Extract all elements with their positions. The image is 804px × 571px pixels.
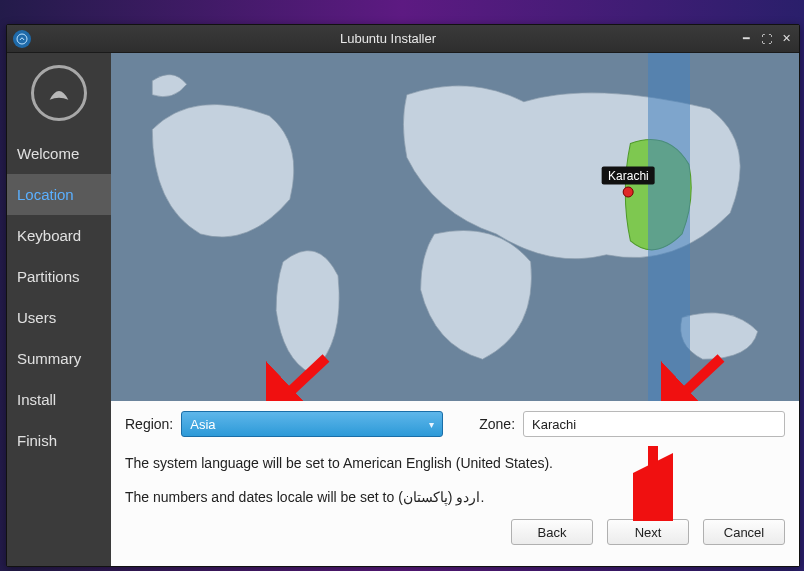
- sidebar-item-label: Partitions: [17, 268, 80, 285]
- back-button[interactable]: Back: [511, 519, 593, 545]
- window-title: Lubuntu Installer: [37, 31, 739, 46]
- sidebar-item-location[interactable]: Location: [7, 174, 111, 215]
- map-marker: Karachi: [602, 166, 655, 197]
- installer-window: Lubuntu Installer ━ ⛶ ✕ Welcome Location…: [6, 24, 800, 567]
- sidebar-item-label: Users: [17, 309, 56, 326]
- timezone-band: [648, 53, 691, 401]
- marker-dot-icon: [623, 186, 634, 197]
- maximize-icon[interactable]: ⛶: [759, 32, 773, 46]
- minimize-icon[interactable]: ━: [739, 32, 753, 46]
- marker-label: Karachi: [602, 166, 655, 184]
- sidebar-item-users[interactable]: Users: [7, 297, 111, 338]
- next-button[interactable]: Next: [607, 519, 689, 545]
- chevron-down-icon: ▾: [429, 419, 434, 430]
- svg-point-0: [17, 34, 27, 44]
- sidebar-item-label: Install: [17, 391, 56, 408]
- sidebar-item-label: Welcome: [17, 145, 79, 162]
- sidebar-item-finish[interactable]: Finish: [7, 420, 111, 461]
- titlebar[interactable]: Lubuntu Installer ━ ⛶ ✕: [7, 25, 799, 53]
- sidebar-item-welcome[interactable]: Welcome: [7, 133, 111, 174]
- sidebar-item-summary[interactable]: Summary: [7, 338, 111, 379]
- sidebar-item-install[interactable]: Install: [7, 379, 111, 420]
- region-select[interactable]: Asia ▾: [181, 411, 443, 437]
- sidebar-item-label: Location: [17, 186, 74, 203]
- timezone-map[interactable]: Karachi: [111, 53, 799, 401]
- lubuntu-logo: [7, 53, 111, 133]
- sidebar-item-label: Summary: [17, 350, 81, 367]
- sidebar-item-partitions[interactable]: Partitions: [7, 256, 111, 297]
- zone-input[interactable]: Karachi: [523, 411, 785, 437]
- locale-info: The numbers and dates locale will be set…: [125, 489, 785, 505]
- language-info: The system language will be set to Ameri…: [125, 455, 785, 471]
- region-label: Region:: [125, 416, 173, 432]
- sidebar-item-label: Finish: [17, 432, 57, 449]
- sidebar: Welcome Location Keyboard Partitions Use…: [7, 53, 111, 566]
- region-value: Asia: [190, 417, 215, 432]
- zone-value: Karachi: [532, 417, 576, 432]
- sidebar-item-label: Keyboard: [17, 227, 81, 244]
- zone-label: Zone:: [479, 416, 515, 432]
- close-icon[interactable]: ✕: [779, 32, 793, 46]
- app-icon: [13, 30, 31, 48]
- cancel-button[interactable]: Cancel: [703, 519, 785, 545]
- sidebar-item-keyboard[interactable]: Keyboard: [7, 215, 111, 256]
